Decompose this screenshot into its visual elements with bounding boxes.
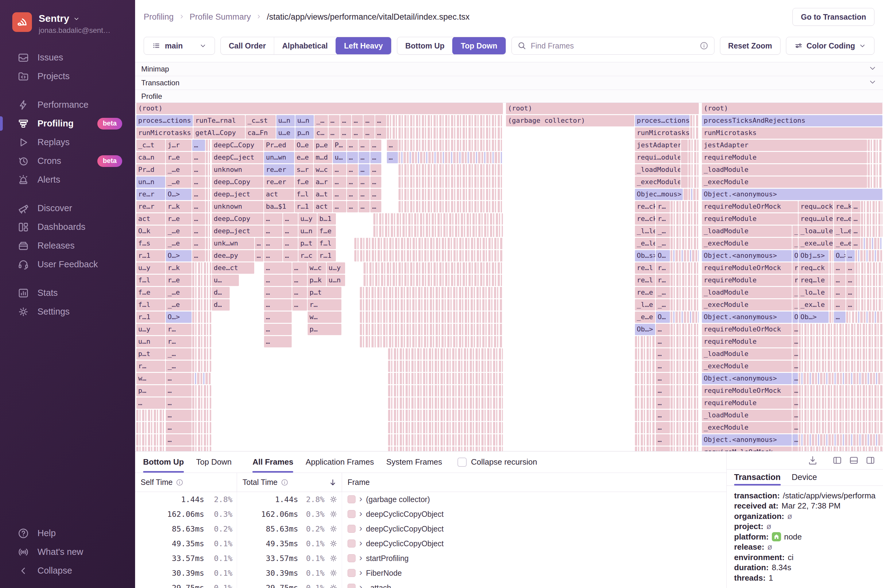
flame-frame[interactable]: … (370, 177, 381, 188)
flame-frame[interactable]: … (264, 238, 282, 249)
flame-frame[interactable]: r… (166, 324, 192, 335)
flame-frame[interactable]: … (656, 434, 670, 446)
sidebar-item-user-feedback[interactable]: User Feedback (0, 255, 135, 274)
flame-frame[interactable]: … (363, 115, 375, 126)
flame-frame[interactable]: … (656, 422, 670, 434)
flame-frame[interactable]: r… (308, 299, 341, 310)
flame-frame[interactable]: … (352, 115, 363, 126)
expand-chevron-icon[interactable]: › (359, 568, 362, 578)
flame-frame[interactable]: (garbage collector) (506, 115, 634, 126)
sidebar-item-issues[interactable]: Issues (0, 48, 135, 67)
flame-frame[interactable]: m…d (314, 152, 332, 163)
flame-frame[interactable]: f…s (136, 238, 165, 249)
flame-frame[interactable]: … (656, 447, 670, 451)
flame-frame[interactable]: f…l (136, 299, 165, 310)
flame-frame[interactable]: f…l (136, 274, 165, 286)
flame-frame[interactable]: r…1 (317, 250, 336, 261)
flame-frame[interactable]: u… (212, 274, 239, 286)
flame-frame[interactable]: p…t (299, 238, 317, 249)
reset-zoom-button[interactable]: Reset Zoom (720, 37, 781, 55)
flame-frame[interactable]: re…e (834, 213, 851, 225)
sidebar-item-help[interactable]: Help (0, 524, 135, 543)
flame-frame[interactable]: r… (793, 274, 798, 286)
flame-frame[interactable]: p…k (308, 274, 326, 286)
flame-frame[interactable]: … (255, 238, 263, 249)
flame-frame[interactable]: … (375, 128, 386, 139)
flame-frame[interactable]: _execModule (702, 361, 792, 372)
gear-icon[interactable] (329, 568, 338, 578)
flame-frame[interactable]: requireModule (702, 213, 798, 225)
flame-frame[interactable]: Ob…> (799, 312, 829, 323)
tab-transaction[interactable]: Transaction (734, 470, 781, 485)
flame-frame[interactable]: … (329, 128, 339, 139)
flame-frame[interactable]: _l…e (834, 226, 851, 237)
flame-frame[interactable]: re…ck (635, 213, 655, 225)
flame-frame[interactable]: re…er (264, 177, 294, 188)
flame-frame[interactable]: act (314, 201, 332, 212)
breadcrumb-profiling[interactable]: Profiling (144, 12, 174, 22)
flame-frame[interactable]: r…1 (136, 250, 165, 261)
flame-frame[interactable]: _…e (166, 177, 192, 188)
flame-frame[interactable]: … (793, 361, 798, 372)
flame-frame[interactable]: … (192, 201, 205, 212)
flame-frame[interactable]: _…e (166, 299, 192, 310)
flame-frame[interactable]: … (656, 348, 670, 360)
flame-frame[interactable]: _l…e (635, 299, 655, 310)
flame-frame[interactable]: p…e (314, 140, 332, 151)
flame-frame[interactable]: … (387, 140, 398, 151)
flame-frame[interactable]: … (793, 434, 798, 446)
org-switcher[interactable]: Sentry jonas.badalic@sent… (0, 0, 135, 44)
flame-frame[interactable]: … (166, 434, 192, 446)
flame-frame[interactable]: … (852, 213, 860, 225)
flame-frame[interactable]: r…1 (295, 201, 313, 212)
flame-frame[interactable]: deep…Copy (212, 177, 263, 188)
flame-frame[interactable]: … (166, 422, 192, 434)
flame-frame[interactable]: … (359, 177, 369, 188)
transaction-section[interactable]: Transaction (135, 76, 883, 90)
flame-frame[interactable]: … (656, 385, 670, 396)
flame-frame[interactable]: … (136, 398, 165, 409)
flame-frame[interactable]: w… (308, 312, 341, 323)
gear-icon[interactable] (329, 524, 338, 533)
flame-frame[interactable]: … (255, 250, 263, 261)
flame-frame[interactable]: act (264, 189, 294, 200)
flame-frame[interactable]: d… (212, 287, 230, 298)
flame-frame[interactable]: jestAdapter (635, 140, 680, 151)
flame-frame[interactable]: Obj…s> (799, 250, 829, 261)
tab-system-frames[interactable]: System Frames (386, 452, 442, 472)
flame-frame[interactable]: runTe…rnal (194, 115, 245, 126)
flame-frame[interactable]: _loadModule (702, 226, 792, 237)
flame-frame[interactable]: … (166, 385, 192, 396)
flame-frame[interactable]: unknown (212, 201, 263, 212)
sort-left-heavy[interactable]: Left Heavy (336, 37, 392, 55)
flame-frame[interactable]: … (347, 177, 358, 188)
flame-frame[interactable]: r… (136, 361, 165, 372)
flame-frame[interactable]: … (793, 336, 798, 347)
flame-frame[interactable]: … (834, 312, 845, 323)
flame-frame[interactable]: O…> (166, 250, 192, 261)
flame-frame[interactable]: … (283, 238, 298, 249)
breadcrumb-profile-summary[interactable]: Profile Summary (190, 12, 251, 22)
flame-frame[interactable]: e…e (295, 152, 313, 163)
flame-frame[interactable]: deepC…Copy (212, 140, 263, 151)
table-row[interactable]: 1.44s2.8%1.44s2.8%›(garbage collector) (135, 492, 727, 507)
flame-frame[interactable]: r…k (166, 201, 192, 212)
flame-frame[interactable]: … (264, 274, 292, 286)
table-row[interactable]: 30.39ms0.1%30.39ms0.1%›FiberNode (135, 566, 727, 580)
flame-frame[interactable]: w… (136, 373, 165, 384)
flame-frame[interactable]: requireModule (702, 152, 867, 163)
flame-frame[interactable]: … (834, 262, 845, 274)
minimap-section[interactable]: Minimap (135, 62, 883, 76)
gear-icon[interactable] (329, 495, 338, 504)
flame-frame[interactable]: … (264, 336, 292, 347)
flame-frame[interactable]: … (846, 287, 855, 298)
flame-frame[interactable]: P… (333, 140, 346, 151)
flame-frame[interactable]: … (347, 152, 358, 163)
search-input[interactable] (531, 41, 695, 50)
flame-frame[interactable]: _… (793, 226, 798, 237)
gear-icon[interactable] (329, 554, 338, 563)
flame-frame[interactable]: … (347, 201, 358, 212)
flame-frame[interactable]: _… (656, 299, 670, 310)
flame-frame[interactable]: … (793, 447, 798, 451)
expand-chevron-icon[interactable]: › (359, 538, 362, 549)
